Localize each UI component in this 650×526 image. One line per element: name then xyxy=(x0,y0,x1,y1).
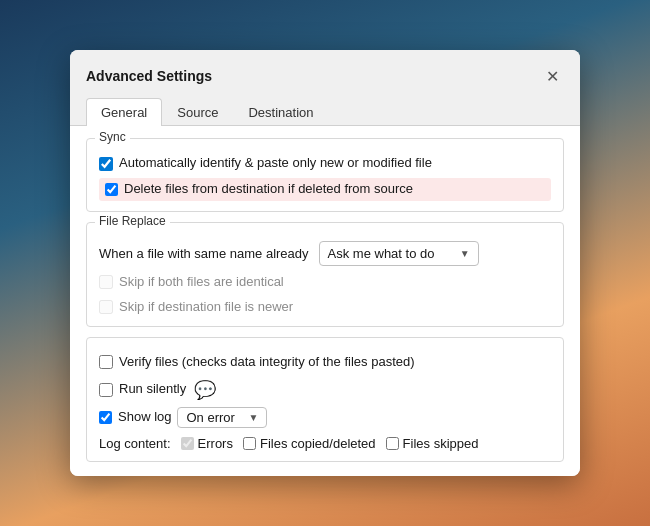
tab-general[interactable]: General xyxy=(86,98,162,126)
tab-bar: General Source Destination xyxy=(70,98,580,126)
delete-files-row: Delete files from destination if deleted… xyxy=(99,178,551,201)
dialog-body: Sync Automatically identify & paste only… xyxy=(70,126,580,475)
files-copied-item: Files copied/deleted xyxy=(243,436,376,451)
files-skipped-label: Files skipped xyxy=(403,436,479,451)
title-bar: Advanced Settings ✕ xyxy=(70,50,580,98)
bottom-section: Verify files (checks data integrity of t… xyxy=(86,337,564,462)
chat-icon: 💬 xyxy=(194,379,216,401)
file-replace-section-label: File Replace xyxy=(95,214,170,228)
run-silently-row: Run silently 💬 xyxy=(99,379,551,401)
auto-identify-row: Automatically identify & paste only new … xyxy=(99,155,551,172)
skip-identical-label: Skip if both files are identical xyxy=(119,274,284,291)
verify-files-row: Verify files (checks data integrity of t… xyxy=(99,354,551,371)
file-replace-dropdown[interactable]: Ask me what to do ▼ xyxy=(319,241,479,266)
verify-files-label: Verify files (checks data integrity of t… xyxy=(119,354,415,371)
sync-section: Sync Automatically identify & paste only… xyxy=(86,138,564,212)
tab-source[interactable]: Source xyxy=(162,98,233,126)
run-silently-checkbox[interactable] xyxy=(99,383,113,397)
delete-files-label: Delete files from destination if deleted… xyxy=(124,181,413,198)
errors-label: Errors xyxy=(198,436,233,451)
show-log-label: Show log xyxy=(118,409,171,426)
errors-item: Errors xyxy=(181,436,233,451)
files-skipped-item: Files skipped xyxy=(386,436,479,451)
show-log-checkbox[interactable] xyxy=(99,411,112,424)
skip-newer-row: Skip if destination file is newer xyxy=(99,299,551,316)
verify-files-checkbox[interactable] xyxy=(99,355,113,369)
show-log-dropdown-value: On error xyxy=(186,410,234,425)
show-log-chevron-icon: ▼ xyxy=(249,412,259,423)
when-label: When a file with same name already xyxy=(99,246,309,261)
skip-newer-label: Skip if destination file is newer xyxy=(119,299,293,316)
skip-identical-checkbox[interactable] xyxy=(99,275,113,289)
skip-identical-row: Skip if both files are identical xyxy=(99,274,551,291)
close-button[interactable]: ✕ xyxy=(540,64,564,88)
files-copied-checkbox[interactable] xyxy=(243,437,256,450)
file-replace-row: When a file with same name already Ask m… xyxy=(99,241,551,266)
run-silently-label: Run silently xyxy=(119,381,186,398)
sync-section-label: Sync xyxy=(95,130,130,144)
log-content-row: Log content: Errors Files copied/deleted… xyxy=(99,436,551,451)
show-log-dropdown[interactable]: On error ▼ xyxy=(177,407,267,428)
auto-identify-label: Automatically identify & paste only new … xyxy=(119,155,432,172)
skip-newer-checkbox[interactable] xyxy=(99,300,113,314)
advanced-settings-dialog: Advanced Settings ✕ General Source Desti… xyxy=(70,50,580,475)
files-skipped-checkbox[interactable] xyxy=(386,437,399,450)
log-content-label: Log content: xyxy=(99,436,171,451)
files-copied-label: Files copied/deleted xyxy=(260,436,376,451)
log-checkbox-group: Errors Files copied/deleted Files skippe… xyxy=(181,436,479,451)
errors-checkbox[interactable] xyxy=(181,437,194,450)
dropdown-value: Ask me what to do xyxy=(328,246,435,261)
show-log-row: Show log On error ▼ xyxy=(99,407,551,428)
chevron-down-icon: ▼ xyxy=(460,248,470,259)
auto-identify-checkbox[interactable] xyxy=(99,157,113,171)
dialog-title: Advanced Settings xyxy=(86,68,212,84)
file-replace-section: File Replace When a file with same name … xyxy=(86,222,564,327)
delete-files-checkbox[interactable] xyxy=(105,183,118,196)
tab-destination[interactable]: Destination xyxy=(233,98,328,126)
